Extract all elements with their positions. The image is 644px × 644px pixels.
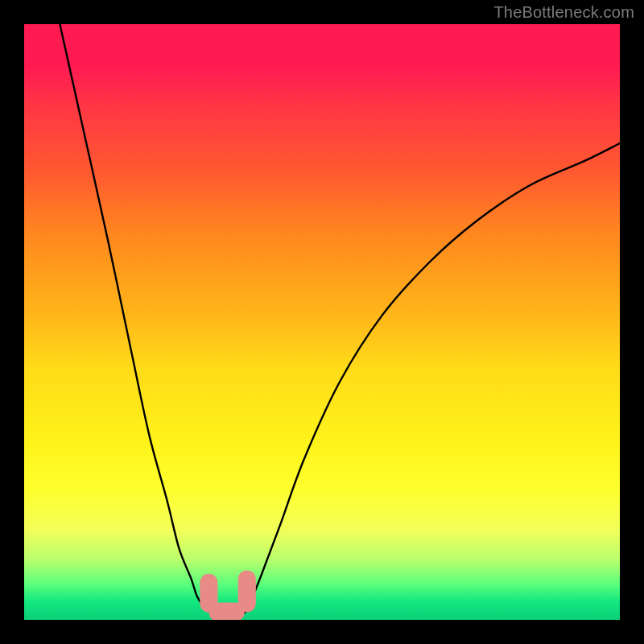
chart-svg-layer — [24, 24, 620, 620]
bottleneck-curve — [60, 24, 620, 615]
chart-stage: TheBottleneck.com — [0, 0, 644, 644]
chart-plot-area — [24, 24, 620, 620]
chart-curve-group — [60, 24, 620, 615]
chart-marker-group — [200, 571, 256, 620]
watermark-text: TheBottleneck.com — [493, 3, 634, 22]
valley-marker-2 — [208, 603, 244, 620]
